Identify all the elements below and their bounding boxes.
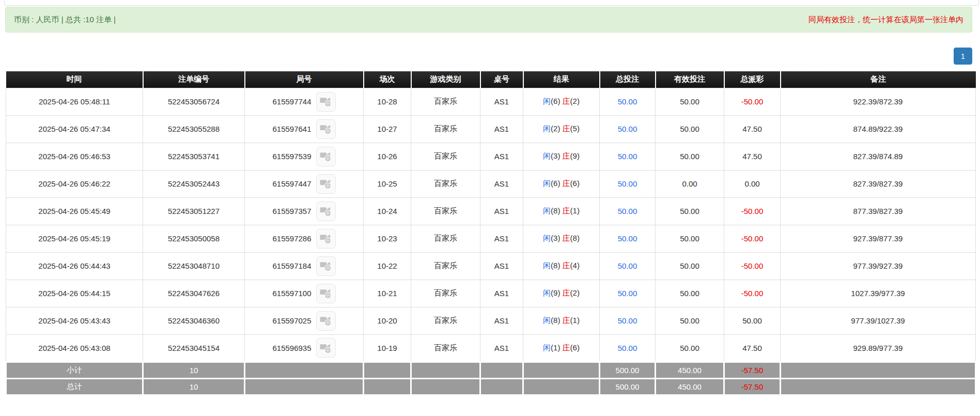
result-banker-label: 庄 xyxy=(563,343,570,352)
total-bet-link[interactable]: 50.00 xyxy=(618,179,637,188)
video-replay-icon xyxy=(320,150,332,162)
round-id-text: 615597025 xyxy=(272,316,311,325)
subtotal-cell-11 xyxy=(781,362,976,378)
cell-session: 10-20 xyxy=(364,307,411,334)
cell-remark: 827.39/874.89 xyxy=(781,143,976,170)
result-player-label: 闲 xyxy=(543,97,551,105)
subtotal-cell-6 xyxy=(480,362,523,378)
total-bet-link[interactable]: 50.00 xyxy=(618,261,637,270)
cell-bet-id: 522453050058 xyxy=(143,225,245,252)
notice-text: 同局有效投注，统一计算在该局第一张注单内 xyxy=(808,15,963,25)
table-row: 2025-04-26 05:44:43522453048710615597184… xyxy=(6,252,976,280)
result-banker-label: 庄 xyxy=(563,124,570,133)
cell-time: 2025-04-26 05:47:34 xyxy=(6,115,143,143)
cell-session: 10-23 xyxy=(364,225,411,252)
cell-remark: 1027.39/977.39 xyxy=(781,280,976,307)
video-replay-button[interactable] xyxy=(316,202,336,221)
header-row: 时间注单编号局号场次游戏类别桌号结果总投注有效投注总派彩备注 xyxy=(6,71,976,88)
total-bet-link[interactable]: 50.00 xyxy=(618,316,637,325)
subtotal-cell-10: -57.50 xyxy=(724,362,781,378)
cell-valid-bet: 50.00 xyxy=(656,307,724,334)
cell-session: 10-28 xyxy=(364,88,411,115)
total-cell-1: 总计 xyxy=(6,378,143,395)
video-replay-button[interactable] xyxy=(316,338,336,358)
cell-result: 闲(1) 庄(6) xyxy=(523,334,600,362)
cell-result: 闲(9) 庄(2) xyxy=(523,280,600,307)
cell-round-id: 615597357 xyxy=(245,197,364,225)
table-row: 2025-04-26 05:47:34522453055288615597641… xyxy=(6,115,976,143)
video-replay-icon xyxy=(320,342,332,354)
cell-result: 闲(2) 庄(5) xyxy=(523,115,600,143)
total-bet-link[interactable]: 50.00 xyxy=(618,207,637,215)
cell-game-type: 百家乐 xyxy=(411,280,480,307)
cell-valid-bet: 50.00 xyxy=(656,143,724,170)
column-header-7: 结果 xyxy=(523,71,600,88)
result-player-label: 闲 xyxy=(543,206,551,215)
cell-bet-id: 522453052443 xyxy=(143,170,245,197)
cell-total-bet: 50.00 xyxy=(600,170,656,197)
round-id-text: 615596935 xyxy=(272,344,311,352)
total-bet-link[interactable]: 50.00 xyxy=(618,152,637,161)
total-cell-8: 500.00 xyxy=(600,378,656,395)
column-header-10: 总派彩 xyxy=(724,71,781,88)
cell-total-bet: 50.00 xyxy=(600,225,656,252)
cell-table-no: AS1 xyxy=(480,115,523,143)
result-player-label: 闲 xyxy=(543,261,551,270)
video-replay-button[interactable] xyxy=(316,229,336,249)
cell-bet-id: 522453045154 xyxy=(143,334,245,362)
cell-payout: -50.00 xyxy=(724,197,781,225)
total-cell-4 xyxy=(364,378,411,395)
cell-round-id: 615597641 xyxy=(245,115,364,143)
column-header-4: 场次 xyxy=(364,71,411,88)
subtotal-cell-2: 10 xyxy=(143,362,245,378)
cell-session: 10-19 xyxy=(364,334,411,362)
cell-payout: 0.00 xyxy=(724,170,781,197)
cell-round-id: 615597447 xyxy=(245,170,364,197)
column-header-2: 注单编号 xyxy=(143,71,245,88)
video-replay-button[interactable] xyxy=(316,92,336,112)
video-replay-button[interactable] xyxy=(316,256,336,276)
cell-time: 2025-04-26 05:45:49 xyxy=(6,197,143,225)
total-bet-link[interactable]: 50.00 xyxy=(618,344,637,352)
cell-result: 闲(8) 庄(1) xyxy=(523,307,600,334)
column-header-8: 总投注 xyxy=(600,71,656,88)
cell-game-type: 百家乐 xyxy=(411,143,480,170)
cell-session: 10-22 xyxy=(364,252,411,280)
total-bet-link[interactable]: 50.00 xyxy=(618,289,637,298)
cell-valid-bet: 50.00 xyxy=(656,88,724,115)
pagination-page-1-button[interactable]: 1 xyxy=(954,48,972,65)
total-cell-10: -57.50 xyxy=(724,378,781,395)
cell-session: 10-24 xyxy=(364,197,411,225)
video-replay-button[interactable] xyxy=(316,311,336,331)
video-replay-button[interactable] xyxy=(316,174,336,194)
subtotal-cell-8: 500.00 xyxy=(600,362,656,378)
cell-payout: 50.00 xyxy=(724,307,781,334)
cell-result: 闲(6) 庄(6) xyxy=(523,170,600,197)
video-replay-button[interactable] xyxy=(316,147,336,166)
table-row: 2025-04-26 05:46:53522453053741615597539… xyxy=(6,143,976,170)
table-row: 2025-04-26 05:43:08522453045154615596935… xyxy=(6,334,976,362)
cell-time: 2025-04-26 05:45:19 xyxy=(6,225,143,252)
round-id-text: 615597100 xyxy=(272,289,311,298)
subtotal-cell-1: 小计 xyxy=(6,362,143,378)
cell-session: 10-25 xyxy=(364,170,411,197)
cell-table-no: AS1 xyxy=(480,334,523,362)
total-bet-link[interactable]: 50.00 xyxy=(618,97,637,106)
column-header-1: 时间 xyxy=(6,71,143,88)
cell-payout: -50.00 xyxy=(724,225,781,252)
column-header-3: 局号 xyxy=(245,71,364,88)
cell-valid-bet: 50.00 xyxy=(656,334,724,362)
cell-time: 2025-04-26 05:43:43 xyxy=(6,307,143,334)
cell-bet-id: 522453053741 xyxy=(143,143,245,170)
cell-bet-id: 522453047626 xyxy=(143,280,245,307)
total-bet-link[interactable]: 50.00 xyxy=(618,125,637,133)
cell-time: 2025-04-26 05:44:43 xyxy=(6,252,143,280)
round-id-text: 615597286 xyxy=(272,234,311,243)
total-cell-6 xyxy=(480,378,523,395)
video-replay-button[interactable] xyxy=(316,284,336,303)
video-replay-button[interactable] xyxy=(316,119,336,139)
total-bet-link[interactable]: 50.00 xyxy=(618,234,637,243)
cell-payout: -50.00 xyxy=(724,252,781,280)
column-header-6: 桌号 xyxy=(480,71,523,88)
cell-payout: 47.50 xyxy=(724,334,781,362)
